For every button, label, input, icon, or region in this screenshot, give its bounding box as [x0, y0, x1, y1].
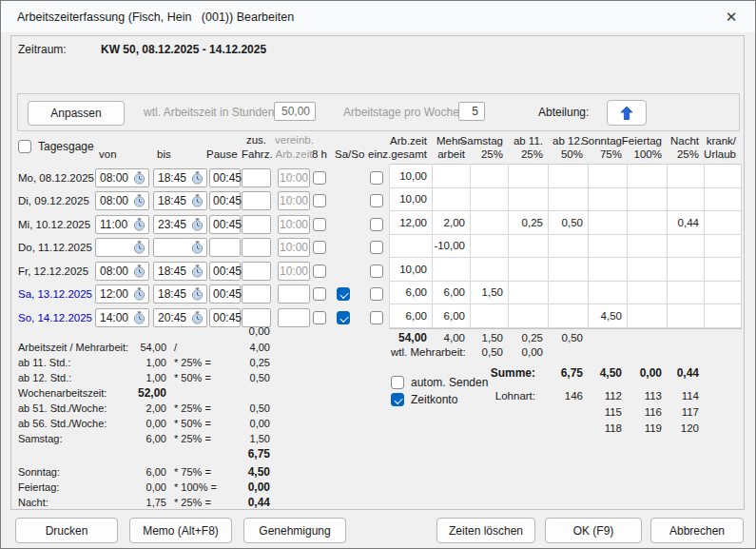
- checkbox-8h[interactable]: [313, 287, 326, 301]
- ok-button[interactable]: OK (F9): [545, 518, 642, 543]
- von-input[interactable]: 08:00: [95, 168, 149, 187]
- table-header: Feiertag: [627, 134, 667, 147]
- table-cell: [471, 211, 509, 235]
- stopwatch-icon[interactable]: [191, 287, 204, 301]
- stopwatch-icon[interactable]: [191, 311, 204, 324]
- checkbox-einz[interactable]: [370, 241, 383, 254]
- vereinb-input[interactable]: 10:00: [278, 238, 310, 257]
- stopwatch-icon[interactable]: [191, 194, 204, 207]
- vereinb-input[interactable]: [278, 308, 310, 327]
- checkbox-8h[interactable]: [313, 241, 326, 254]
- bis-input[interactable]: 20:45: [153, 308, 207, 327]
- pause-input[interactable]: 00:45: [209, 215, 241, 234]
- fahrz-input[interactable]: [242, 262, 271, 281]
- checkbox-8h[interactable]: [313, 311, 326, 324]
- checkbox-8h[interactable]: [313, 218, 326, 231]
- table-cell: 10,00: [390, 188, 433, 212]
- table-header: arbeit: [432, 147, 470, 161]
- bis-input[interactable]: 18:45: [153, 191, 207, 210]
- lohnart-value: 117: [667, 403, 704, 420]
- vereinb-input[interactable]: 10:00: [278, 191, 310, 210]
- summary-value: 1,00: [130, 355, 166, 370]
- bis-input[interactable]: 18:45: [153, 262, 207, 281]
- stopwatch-icon[interactable]: [133, 265, 145, 278]
- pause-input[interactable]: 00:45: [209, 284, 241, 304]
- von-input[interactable]: 14:00: [95, 308, 149, 327]
- checkbox-8h[interactable]: [313, 265, 326, 278]
- summe-value: 6,75: [548, 365, 588, 381]
- column-header-fahrz-2: Fahrz.: [242, 148, 271, 160]
- von-input[interactable]: 08:00: [95, 262, 149, 281]
- table-cell: [589, 188, 628, 212]
- stopwatch-icon[interactable]: [133, 171, 145, 185]
- summary-operator: /: [166, 340, 241, 355]
- anpassen-button[interactable]: Anpassen: [28, 101, 125, 126]
- tagesgage-checkbox[interactable]: Tagesgage: [18, 140, 94, 153]
- fahrz-input[interactable]: [242, 191, 271, 210]
- pause-input[interactable]: [209, 238, 241, 257]
- von-input[interactable]: 11:00: [95, 215, 149, 234]
- checkbox-einz[interactable]: [370, 218, 383, 231]
- checkbox-einz[interactable]: [370, 194, 383, 207]
- zeiten-loeschen-button[interactable]: Zeiten löschen: [436, 518, 535, 543]
- abbrechen-button[interactable]: Abbrechen: [650, 518, 744, 543]
- bis-input[interactable]: 18:45: [153, 284, 207, 304]
- weekly-hours-field[interactable]: 50,00: [274, 102, 316, 121]
- table-header: Samstag: [470, 134, 508, 147]
- stopwatch-icon[interactable]: [191, 241, 204, 254]
- tagesgage-checkbox-box[interactable]: [18, 140, 31, 153]
- checkbox-einz[interactable]: [370, 287, 383, 301]
- bis-input[interactable]: 18:45: [153, 168, 207, 187]
- stopwatch-icon[interactable]: [133, 218, 145, 231]
- von-input[interactable]: [95, 238, 149, 257]
- checkbox-8h[interactable]: [313, 171, 326, 185]
- vereinb-input[interactable]: 10:00: [278, 215, 310, 234]
- von-input[interactable]: 08:00: [95, 191, 149, 210]
- stopwatch-icon[interactable]: [133, 287, 145, 301]
- fahrz-input[interactable]: [242, 284, 271, 304]
- fahrz-input[interactable]: [242, 168, 271, 187]
- workdays-label: Arbeitstage pro Woche:: [343, 106, 462, 119]
- summary-result: 0,00: [241, 416, 270, 431]
- stopwatch-icon[interactable]: [191, 171, 204, 185]
- fahrz-input[interactable]: [242, 308, 271, 327]
- pause-value: 00:45: [213, 265, 242, 278]
- workdays-field[interactable]: 5: [458, 102, 485, 121]
- stopwatch-icon[interactable]: [133, 241, 145, 254]
- bis-input[interactable]: 23:45: [153, 215, 207, 234]
- checkbox-einz[interactable]: [370, 171, 383, 185]
- bis-input[interactable]: [153, 238, 207, 257]
- fahrz-input[interactable]: [242, 215, 271, 234]
- table-cell: [628, 165, 668, 188]
- stopwatch-icon[interactable]: [191, 218, 204, 231]
- checkbox-saso[interactable]: [337, 287, 350, 301]
- pause-input[interactable]: 00:45: [209, 308, 241, 327]
- vereinb-input[interactable]: [278, 284, 310, 304]
- department-button[interactable]: [607, 100, 647, 126]
- checkbox-saso[interactable]: [337, 311, 350, 324]
- table-cell: [668, 235, 705, 259]
- von-input[interactable]: 12:00: [95, 284, 149, 304]
- drucken-button[interactable]: Drucken: [15, 518, 118, 543]
- checkbox-einz[interactable]: [370, 265, 383, 278]
- summary-label: ab 12. Std.:: [18, 370, 130, 385]
- close-icon[interactable]: ✕: [715, 4, 747, 29]
- fahrz-input[interactable]: [242, 238, 271, 257]
- vereinb-input[interactable]: 10:00: [278, 262, 310, 281]
- summary-value: 54,00: [130, 340, 166, 355]
- column-header-bis: bis: [157, 148, 171, 160]
- checkbox-8h[interactable]: [313, 194, 326, 207]
- genehmigung-button[interactable]: Genehmigung: [243, 518, 346, 543]
- memo-button[interactable]: Memo (Alt+F8): [129, 518, 232, 543]
- checkbox-einz[interactable]: [370, 311, 383, 324]
- summary-value: 6,00: [130, 431, 166, 446]
- pause-input[interactable]: 00:45: [209, 262, 241, 281]
- pause-input[interactable]: 00:45: [209, 168, 241, 187]
- stopwatch-icon[interactable]: [133, 194, 145, 207]
- stopwatch-icon[interactable]: [191, 265, 204, 278]
- pause-input[interactable]: 00:45: [209, 191, 241, 210]
- summe-value: 0,44: [667, 365, 704, 381]
- vereinb-input[interactable]: 10:00: [278, 168, 310, 187]
- stopwatch-icon[interactable]: [133, 311, 145, 324]
- summary-result: 0,50: [241, 401, 270, 416]
